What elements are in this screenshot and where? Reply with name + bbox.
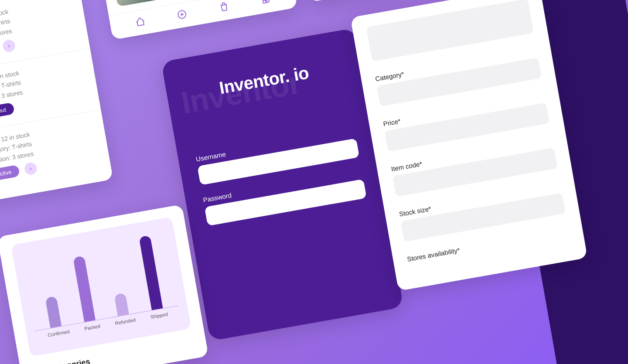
- chart-label: Shipped: [150, 311, 168, 320]
- chart-label: Confirmed: [48, 329, 70, 338]
- home-icon[interactable]: [134, 16, 147, 28]
- shapes-icon[interactable]: [260, 0, 272, 6]
- add-icon[interactable]: [176, 8, 188, 20]
- chevron-right-icon[interactable]: ›: [2, 39, 16, 53]
- chart-bar: [139, 235, 163, 310]
- chart-bar: [45, 296, 62, 328]
- chart-label: Packed: [84, 323, 101, 331]
- chevron-right-icon[interactable]: ›: [24, 162, 38, 176]
- chart-bar: [114, 293, 129, 316]
- chart-card: Confirmed Packed Refunded Shipped Item c…: [0, 204, 208, 364]
- bag-icon[interactable]: [218, 1, 230, 13]
- products-card: Unisex T-Shirt Bl... Stock: 12 in stock …: [0, 0, 113, 212]
- location-image: [112, 0, 169, 7]
- status-badge: Sold out: [0, 102, 15, 120]
- chart-bar: [73, 256, 96, 322]
- locations-card: Leicester, UK: [92, 0, 297, 40]
- status-badge: Active: [0, 165, 20, 182]
- chart-area: Confirmed Packed Refunded Shipped: [11, 217, 191, 357]
- chart-label: Refunded: [115, 317, 136, 326]
